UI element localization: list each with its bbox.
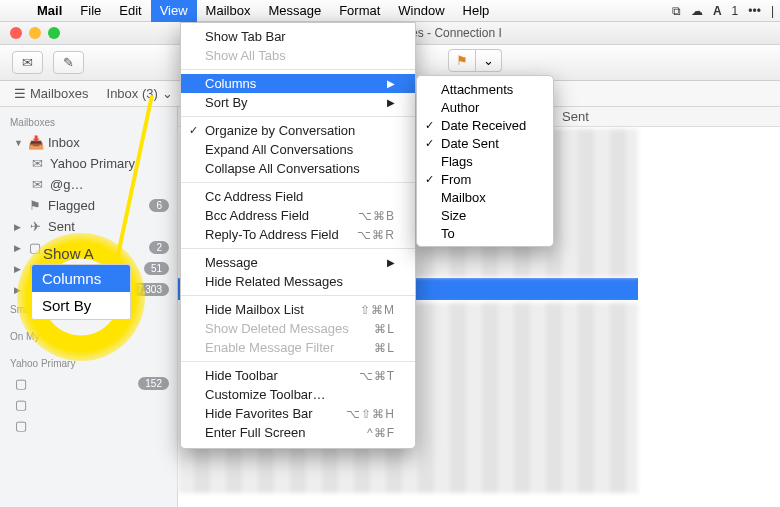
menu-item-show-all-tabs: Show All Tabs <box>181 46 415 65</box>
disclosure-triangle-icon[interactable]: ▼ <box>14 138 22 148</box>
submenu-item-from[interactable]: ✓From <box>417 170 553 188</box>
mailboxes-tab[interactable]: ☰Mailboxes <box>8 86 95 101</box>
submenu-item-date-received[interactable]: ✓Date Received <box>417 116 553 134</box>
disclosure-triangle-icon[interactable]: ▶ <box>14 285 22 295</box>
mailbox-icon: ✉ <box>30 177 44 192</box>
menu-item-collapse-all[interactable]: Collapse All Conversations <box>181 159 415 178</box>
menu-item-sort-by[interactable]: Sort By▶ <box>181 93 415 112</box>
submenu-item-to[interactable]: To <box>417 224 553 242</box>
menu-item-hide-favorites[interactable]: Hide Favorites Bar⌥⇧⌘H <box>181 404 415 423</box>
folder-icon: ▢ <box>28 240 42 255</box>
sidebar-hdr-onmymac: On My Mac <box>0 327 177 346</box>
menu-file[interactable]: File <box>71 0 110 22</box>
dropbox-icon[interactable]: ⧉ <box>672 4 681 18</box>
sidebar-item-flagged[interactable]: ⚑Flagged6 <box>0 195 177 216</box>
more-icon[interactable]: ••• <box>748 4 761 18</box>
submenu-arrow-icon: ▶ <box>387 257 395 268</box>
menu-item-show-tab-bar[interactable]: Show Tab Bar <box>181 27 415 46</box>
app-menu[interactable]: Mail <box>28 0 71 22</box>
mailboxes-icon: ☰ <box>14 86 26 101</box>
sidebar-item-sent[interactable]: ▶✈Sent <box>0 216 177 237</box>
adobe-icon[interactable]: A <box>713 4 722 18</box>
submenu-item-author[interactable]: Author <box>417 98 553 116</box>
check-icon: ✓ <box>425 137 434 150</box>
inbox-tab-label: Inbox (3) <box>107 86 158 101</box>
menu-window[interactable]: Window <box>389 0 453 22</box>
submenu-item-attachments[interactable]: Attachments <box>417 80 553 98</box>
inbox-tab[interactable]: Inbox (3)⌄ <box>101 86 179 101</box>
menu-item-replyto-field[interactable]: Reply-To Address Field⌥⌘R <box>181 225 415 244</box>
submenu-item-flags[interactable]: Flags <box>417 152 553 170</box>
menu-item-hide-mailbox-list[interactable]: Hide Mailbox List⇧⌘M <box>181 300 415 319</box>
disclosure-triangle-icon[interactable]: ▶ <box>14 264 22 274</box>
submenu-arrow-icon: ▶ <box>387 97 395 108</box>
menu-mailbox[interactable]: Mailbox <box>197 0 260 22</box>
menu-help[interactable]: Help <box>454 0 499 22</box>
flag-icon: ⚑ <box>456 53 468 68</box>
folder-badge: 2 <box>149 241 169 254</box>
menu-item-customize-toolbar[interactable]: Customize Toolbar… <box>181 385 415 404</box>
sidebar-item-yfolder3[interactable]: ▢ <box>0 415 177 436</box>
disclosure-triangle-icon[interactable]: ▶ <box>14 222 22 232</box>
sidebar-hdr-yahoo: Yahoo Primary <box>0 354 177 373</box>
flag-icon: ⚑ <box>28 198 42 213</box>
menu-item-cc-field[interactable]: Cc Address Field <box>181 187 415 206</box>
menu-item-hide-toolbar[interactable]: Hide Toolbar⌥⌘T <box>181 366 415 385</box>
folder-icon: ▢ <box>14 397 28 412</box>
chevron-down-icon: ⌄ <box>162 86 173 101</box>
col-date-sent[interactable]: Sent <box>548 109 603 124</box>
flag-button[interactable]: ⚑ <box>448 49 476 72</box>
menu-format[interactable]: Format <box>330 0 389 22</box>
sidebar-item-inbox[interactable]: ▼📥Inbox <box>0 132 177 153</box>
submenu-arrow-icon: ▶ <box>387 78 395 89</box>
submenu-item-mailbox[interactable]: Mailbox <box>417 188 553 206</box>
menu-item-organize-by-conversation[interactable]: ✓Organize by Conversation <box>181 121 415 140</box>
menu-view[interactable]: View <box>151 0 197 22</box>
submenu-item-size[interactable]: Size <box>417 206 553 224</box>
check-icon: ✓ <box>425 119 434 132</box>
flagged-badge: 6 <box>149 199 169 212</box>
folder-badge: 7,303 <box>130 283 169 296</box>
callout-item-sort-by: Sort By <box>32 292 130 319</box>
check-icon: ✓ <box>189 124 198 137</box>
menu-item-expand-all[interactable]: Expand All Conversations <box>181 140 415 159</box>
menu-item-columns[interactable]: Columns▶ <box>181 74 415 93</box>
mailbox-icon: ✉ <box>30 156 44 171</box>
chevron-down-icon: ⌄ <box>483 53 494 68</box>
compose-button[interactable]: ✎ <box>53 51 84 74</box>
gmail-label: @g… <box>50 177 83 192</box>
menu-item-enable-filter: Enable Message Filter⌘L <box>181 338 415 357</box>
submenu-item-date-sent[interactable]: ✓Date Sent <box>417 134 553 152</box>
folder-icon: ▢ <box>14 418 28 433</box>
menu-message[interactable]: Message <box>259 0 330 22</box>
sidebar-hdr-mailboxes: Mailboxes <box>0 113 177 132</box>
menu-edit[interactable]: Edit <box>110 0 150 22</box>
sidebar-item-yfolder[interactable]: ▢152 <box>0 373 177 394</box>
system-menubar: Mail File Edit View Mailbox Message Form… <box>0 0 780 22</box>
sidebar-item-yfolder2[interactable]: ▢ <box>0 394 177 415</box>
folder-icon: ▢ <box>14 376 28 391</box>
sidebar-item-gmail[interactable]: ✉@g… <box>0 174 177 195</box>
menubar-right-icons: ⧉ ☁ A 1 ••• | <box>672 4 780 18</box>
flagged-label: Flagged <box>48 198 95 213</box>
notification-count[interactable]: 1 <box>732 4 739 18</box>
inbox-label: Inbox <box>48 135 80 150</box>
flag-dropdown[interactable]: ⌄ <box>476 49 502 72</box>
disclosure-triangle-icon[interactable]: ▶ <box>14 243 22 253</box>
close-button[interactable] <box>10 27 22 39</box>
inbox-icon: 📥 <box>28 135 42 150</box>
cloud-icon[interactable]: ☁ <box>691 4 703 18</box>
callout-preview-text: Show A <box>43 245 94 262</box>
get-mail-button[interactable]: ✉ <box>12 51 43 74</box>
menu-item-bcc-field[interactable]: Bcc Address Field⌥⌘B <box>181 206 415 225</box>
sent-icon: ✈ <box>28 219 42 234</box>
view-menu-dropdown: Show Tab Bar Show All Tabs Columns▶ Sort… <box>180 22 416 449</box>
zoom-button[interactable] <box>48 27 60 39</box>
menu-item-hide-related[interactable]: Hide Related Messages <box>181 272 415 291</box>
menu-item-full-screen[interactable]: Enter Full Screen^⌘F <box>181 423 415 442</box>
sidebar-item-yahoo-primary[interactable]: ✉Yahoo Primary <box>0 153 177 174</box>
menu-item-message[interactable]: Message▶ <box>181 253 415 272</box>
traffic-lights <box>0 27 60 39</box>
callout-magnified-menu: Columns Sort By <box>31 264 131 320</box>
minimize-button[interactable] <box>29 27 41 39</box>
